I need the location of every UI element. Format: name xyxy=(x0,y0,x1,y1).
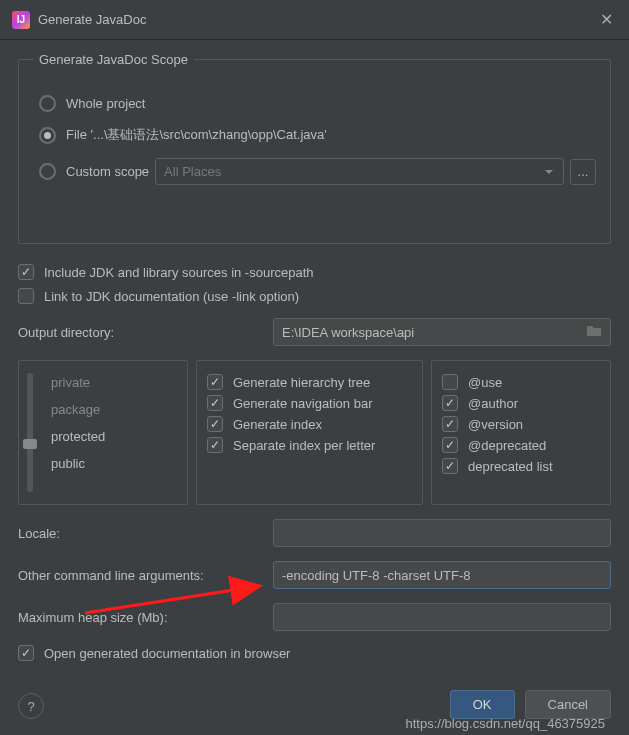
checkbox-icon xyxy=(207,437,223,453)
heap-input[interactable] xyxy=(273,603,611,631)
checkbox-icon xyxy=(442,437,458,453)
checkbox-icon xyxy=(207,395,223,411)
check-include-jdk[interactable]: Include JDK and library sources in -sour… xyxy=(18,264,611,280)
checkbox-icon xyxy=(442,374,458,390)
checkbox-icon xyxy=(207,416,223,432)
radio-whole-project[interactable]: Whole project xyxy=(39,95,596,112)
visibility-slider-rail xyxy=(27,373,33,492)
checkbox-icon xyxy=(442,416,458,432)
check-label: Include JDK and library sources in -sour… xyxy=(44,265,314,280)
check-navbar[interactable]: Generate navigation bar xyxy=(207,395,412,411)
generate-options-panel: Generate hierarchy tree Generate navigat… xyxy=(196,360,423,505)
output-dir-input[interactable]: E:\IDEA workspace\api xyxy=(273,318,611,346)
vis-package[interactable]: package xyxy=(43,396,177,423)
scope-fieldset: Generate JavaDoc Scope Whole project Fil… xyxy=(18,52,611,244)
scope-legend: Generate JavaDoc Scope xyxy=(33,52,194,67)
radio-icon xyxy=(39,127,56,144)
visibility-slider-thumb[interactable] xyxy=(23,439,37,449)
checkbox-icon xyxy=(18,288,34,304)
help-button[interactable]: ? xyxy=(18,693,44,719)
vis-protected[interactable]: protected xyxy=(43,423,177,450)
folder-icon[interactable] xyxy=(586,324,602,340)
vis-private[interactable]: private xyxy=(43,369,177,396)
locale-input[interactable] xyxy=(273,519,611,547)
radio-icon xyxy=(39,95,56,112)
radio-icon xyxy=(39,163,56,180)
titlebar: IJ Generate JavaDoc ✕ xyxy=(0,0,629,40)
close-icon[interactable]: ✕ xyxy=(596,10,617,29)
radio-file[interactable]: File '...\基础语法\src\com\zhang\opp\Cat.jav… xyxy=(39,126,596,144)
checkbox-icon xyxy=(18,645,34,661)
radio-label: Custom scope xyxy=(66,164,149,179)
check-sep-index[interactable]: Separate index per letter xyxy=(207,437,412,453)
app-icon: IJ xyxy=(12,11,30,29)
radio-label: Whole project xyxy=(66,96,145,111)
radio-label: File '...\基础语法\src\com\zhang\opp\Cat.jav… xyxy=(66,126,327,144)
watermark: https://blog.csdn.net/qq_46375925 xyxy=(406,716,606,731)
check-open-browser[interactable]: Open generated documentation in browser xyxy=(18,645,611,661)
check-hierarchy[interactable]: Generate hierarchy tree xyxy=(207,374,412,390)
cancel-button[interactable]: Cancel xyxy=(525,690,611,719)
custom-scope-select[interactable]: All Places xyxy=(155,158,564,185)
check-author[interactable]: @author xyxy=(442,395,600,411)
output-dir-label: Output directory: xyxy=(18,325,273,340)
check-label: Link to JDK documentation (use -link opt… xyxy=(44,289,299,304)
ok-button[interactable]: OK xyxy=(450,690,515,719)
check-link-jdk[interactable]: Link to JDK documentation (use -link opt… xyxy=(18,288,611,304)
heap-label: Maximum heap size (Mb): xyxy=(18,610,273,625)
radio-custom-scope[interactable]: Custom scope All Places ... xyxy=(39,158,596,185)
checkbox-icon xyxy=(207,374,223,390)
cmdline-label: Other command line arguments: xyxy=(18,568,273,583)
vis-public[interactable]: public xyxy=(43,450,177,477)
check-use[interactable]: @use xyxy=(442,374,600,390)
checkbox-icon xyxy=(442,458,458,474)
check-deprecated-list[interactable]: deprecated list xyxy=(442,458,600,474)
select-value: All Places xyxy=(164,164,221,179)
locale-label: Locale: xyxy=(18,526,273,541)
tags-panel: @use @author @version @deprecated deprec… xyxy=(431,360,611,505)
visibility-panel[interactable]: private package protected public xyxy=(18,360,188,505)
check-deprecated[interactable]: @deprecated xyxy=(442,437,600,453)
check-index[interactable]: Generate index xyxy=(207,416,412,432)
window-title: Generate JavaDoc xyxy=(38,12,596,27)
more-button[interactable]: ... xyxy=(570,159,596,185)
check-version[interactable]: @version xyxy=(442,416,600,432)
checkbox-icon xyxy=(442,395,458,411)
checkbox-icon xyxy=(18,264,34,280)
cmdline-input[interactable]: -encoding UTF-8 -charset UTF-8 xyxy=(273,561,611,589)
